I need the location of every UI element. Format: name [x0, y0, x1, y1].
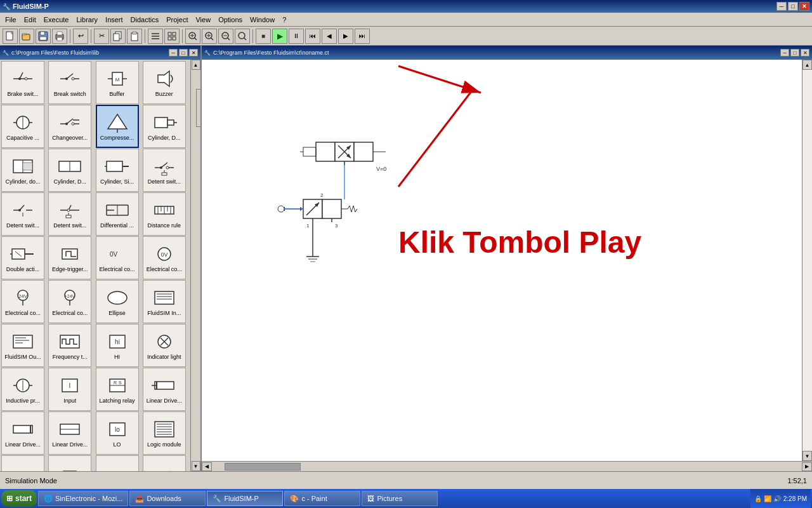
menu-options[interactable]: Options [214, 15, 246, 25]
lib-item-linear-drive2[interactable]: Linear Drive... [1, 411, 44, 455]
lib-item-cylinder-d[interactable]: Cylinder, D... [143, 105, 186, 148]
taskbar-sinelectronic[interactable]: 🌐 SinElectronic - Mozi... [38, 491, 128, 506]
step-fwd-button[interactable]: ▶ [338, 29, 353, 44]
lib-item-partial4[interactable] [143, 455, 186, 471]
lib-item-compressor[interactable]: Compresse... [96, 105, 139, 148]
zoom-in-button[interactable] [202, 29, 217, 44]
close-button[interactable]: ✕ [799, 2, 809, 11]
menu-help[interactable]: ? [278, 15, 290, 25]
lib-item-partial2[interactable] [48, 455, 91, 471]
library-maximize[interactable]: □ [179, 49, 188, 57]
library-scrollbar[interactable]: ▲ ▼ [190, 60, 200, 471]
print-button[interactable] [52, 29, 67, 44]
lib-item-partial1[interactable] [1, 455, 44, 471]
lib-item-detent-swit3[interactable]: Detent swit... [48, 192, 91, 236]
lib-item-electrical-co[interactable]: 0V Electrical co... [96, 236, 139, 279]
stop-button[interactable]: ■ [256, 29, 271, 44]
open-button[interactable] [19, 29, 34, 44]
lib-item-frequency-t[interactable]: Frequency t... [48, 324, 91, 367]
next-button[interactable]: ⏭ [355, 29, 370, 44]
menu-execute[interactable]: Execute [40, 15, 73, 25]
lib-item-electrical-co3[interactable]: 24V Electrical co... [1, 280, 44, 323]
lib-item-inductive-pr[interactable]: Inductive pr... [1, 368, 44, 411]
lib-item-latching-relay[interactable]: RS Latching relay [96, 368, 139, 411]
pause-button[interactable]: ⏸ [289, 29, 304, 44]
canvas-hscroll[interactable]: ◀ ▶ [202, 461, 812, 471]
lib-item-capacitive[interactable]: Capacitive ... [1, 105, 44, 148]
library-close[interactable]: ✕ [189, 49, 198, 57]
lib-item-fluidsim-ou[interactable]: FluidSIM Ou... [1, 324, 44, 367]
menu-didactics[interactable]: Didactics [127, 15, 163, 25]
taskbar-fluidsim[interactable]: 🔧 FluidSIM-P [207, 491, 283, 506]
menu-edit[interactable]: Edit [20, 15, 40, 25]
menu-project[interactable]: Project [162, 15, 192, 25]
canvas-maximize[interactable]: □ [790, 49, 799, 57]
lib-item-linear-drive3[interactable]: Linear Drive... [48, 411, 91, 455]
canvas-scroll-down[interactable]: ▼ [802, 451, 812, 461]
cut-button[interactable]: ✂ [94, 29, 109, 44]
start-button[interactable]: ⊞ start [1, 490, 37, 507]
minimize-button[interactable]: ─ [776, 2, 787, 11]
zoom-out-button[interactable] [218, 29, 233, 44]
lib-item-logic-module[interactable]: Logic module [143, 411, 186, 455]
hscroll-right[interactable]: ▶ [802, 462, 812, 471]
lib-item-buzzer[interactable]: Buzzer [143, 61, 186, 104]
taskbar-downloads[interactable]: 📥 Downloads [129, 491, 206, 506]
lib-item-linear-drive[interactable]: Linear Drive... [143, 368, 186, 411]
lib-item-partial3[interactable] [96, 455, 139, 471]
lib-item-cylinder-do[interactable]: Cylinder, do... [1, 149, 44, 192]
canvas-scroll-up[interactable]: ▲ [802, 60, 812, 70]
canvas-vscroll[interactable]: ▲ ▼ [802, 60, 812, 461]
save-button[interactable] [36, 29, 51, 44]
lib-item-detent-swit2[interactable]: Detent swit... [1, 192, 44, 236]
taskbar-pictures[interactable]: 🖼 Pictures [362, 491, 438, 506]
lib-item-electrical-co2[interactable]: 0V Electrical co... [143, 236, 186, 279]
copy-button[interactable] [110, 29, 126, 44]
canvas-minimize[interactable]: ─ [780, 49, 789, 57]
prev-button[interactable]: ⏮ [305, 29, 320, 44]
play-button[interactable]: ▶ [272, 29, 287, 44]
scrollbar-thumb[interactable] [196, 89, 201, 127]
paste-button[interactable] [127, 29, 142, 44]
undo-button[interactable]: ↩ [73, 29, 88, 44]
lib-item-input[interactable]: I Input [48, 368, 91, 411]
lib-item-edge-trigger[interactable]: Edge-trigger... [48, 236, 91, 279]
lib-item-ellipse[interactable]: Ellipse [96, 280, 139, 323]
scrollbar-down[interactable]: ▼ [192, 461, 200, 471]
new-button[interactable] [3, 29, 18, 44]
taskbar-paint[interactable]: 🎨 c - Paint [284, 491, 360, 506]
canvas-close[interactable]: ✕ [801, 49, 809, 57]
menu-library[interactable]: Library [72, 15, 102, 25]
scrollbar-up[interactable]: ▲ [192, 60, 200, 70]
lib-item-distance-rule[interactable]: Distance rule [143, 192, 186, 236]
zoom-fit-button[interactable] [185, 29, 200, 44]
lib-item-electrical-co4[interactable]: +24V Electrical co... [48, 280, 91, 323]
lib-item-indicator-light[interactable]: Indicator light [143, 324, 186, 367]
grid-button[interactable] [164, 29, 180, 44]
lib-item-double-acti[interactable]: Double acti... [1, 236, 44, 279]
lib-item-buffer[interactable]: M Buffer [96, 61, 139, 104]
hscroll-thumb[interactable] [225, 463, 301, 471]
lib-item-hi[interactable]: hi HI [96, 324, 139, 367]
lib-item-break-switch[interactable]: Break switch [48, 61, 91, 104]
lib-item-cylinder-d2[interactable]: Cylinder, D... [48, 149, 91, 192]
lib-item-brake-switch[interactable]: Brake swit... [1, 61, 44, 104]
library-minimize[interactable]: ─ [169, 49, 178, 57]
svg-point-40 [65, 77, 68, 80]
step-back-button[interactable]: ◀ [322, 29, 337, 44]
lib-item-changeover[interactable]: Changeover... [48, 105, 91, 148]
maximize-button[interactable]: □ [788, 2, 798, 11]
lib-item-detent-swit[interactable]: Detent swit... [143, 149, 186, 192]
zoom-percent-button[interactable] [235, 29, 250, 44]
lib-item-differential[interactable]: Differential ... [96, 192, 139, 236]
hscroll-left[interactable]: ◀ [202, 462, 212, 471]
menu-window[interactable]: Window [246, 15, 278, 25]
lib-item-lo[interactable]: lo LO [96, 411, 139, 455]
menu-file[interactable]: File [1, 15, 20, 25]
lib-item-cylinder-si[interactable]: Cylinder, Si... [96, 149, 139, 192]
menu-insert[interactable]: Insert [102, 15, 127, 25]
canvas-area[interactable]: V=0 2 1 3 [202, 60, 812, 461]
menu-view[interactable]: View [192, 15, 214, 25]
lib-item-fluidsim-in[interactable]: FluidSIM In... [143, 280, 186, 323]
align-button[interactable] [148, 29, 163, 44]
